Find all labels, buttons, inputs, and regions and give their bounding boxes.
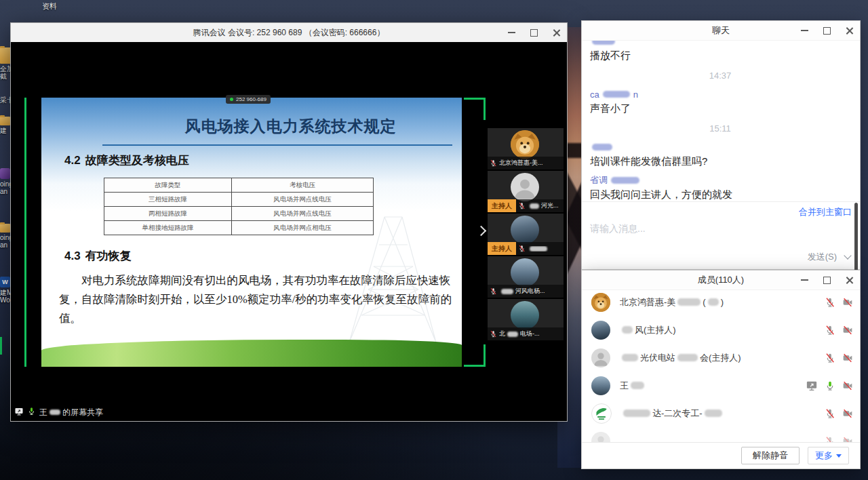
video-tile[interactable]: 主持人 河光... [488, 171, 564, 212]
minimize-icon[interactable] [801, 279, 808, 281]
member-row[interactable]: 王 [582, 372, 860, 399]
screen-share-icon [14, 407, 24, 418]
mic-on-icon [27, 407, 36, 418]
meeting-title: 腾讯会议 会议号: 252 960 689 （会议密码: 666666） [193, 27, 385, 39]
slide-section-4-3: 4.3有功恢复 [64, 248, 132, 264]
participant-name: 河光... [528, 201, 559, 210]
participant-avatar [511, 301, 539, 329]
dropdown-triangle-icon [836, 454, 842, 458]
unmute-button[interactable]: 解除静音 [741, 447, 800, 464]
maximize-icon[interactable] [823, 277, 831, 284]
sharing-indicator-icon [806, 380, 818, 392]
member-row[interactable]: 北京鸿普惠-美() [582, 288, 860, 316]
member-name: 王 [620, 380, 806, 392]
tile-name-bar: 北京鸿普惠-美... [488, 157, 564, 169]
slide-grass-footer [41, 340, 462, 367]
slide-title-rule [102, 144, 452, 146]
redacted-text [622, 326, 633, 334]
redacted-text [592, 144, 612, 151]
send-options-chevron-icon[interactable] [844, 252, 851, 259]
video-strip: 北京鸿普惠-美... 主持人 河光... 主持人 河风电杨... [488, 128, 564, 342]
chat-input[interactable]: 请输入消息... [590, 222, 833, 260]
share-frame-left [24, 98, 26, 367]
redacted-text [603, 91, 630, 98]
muted-mic-icon [490, 287, 497, 295]
participant-avatar [511, 216, 539, 244]
member-avatar [591, 432, 610, 443]
desktop-folder-label[interactable]: 资料 [42, 1, 57, 12]
member-row[interactable] [582, 427, 860, 443]
screen-share-text: 王的屏幕共享 [39, 407, 103, 418]
share-frame-corner [464, 365, 486, 367]
camera-off-icon [842, 353, 853, 363]
participant-avatar [511, 173, 539, 201]
video-tile[interactable]: 河风电杨... [488, 256, 564, 298]
video-tile[interactable]: 主持人 [488, 214, 564, 255]
member-row[interactable]: 光伏电站会(主持人) [582, 344, 860, 372]
maximize-icon[interactable] [823, 27, 831, 35]
members-title: 成员(110人) [698, 274, 744, 286]
redacted-text [708, 298, 719, 306]
send-button[interactable]: 发送(S) [808, 251, 837, 263]
recording-dot-icon [230, 98, 233, 101]
muted-mic-icon [490, 159, 497, 167]
redacted-text [705, 409, 722, 417]
muted-mic-icon [490, 330, 497, 338]
maximize-icon[interactable] [530, 29, 538, 37]
tile-name-bar: 河风电杨... [488, 285, 564, 298]
app-icon [0, 168, 10, 179]
merge-to-main-link[interactable]: 合并到主窗口 [799, 206, 852, 218]
camera-off-icon [842, 408, 853, 419]
participant-avatar [511, 130, 539, 159]
more-button[interactable]: 更多 [808, 447, 849, 464]
share-frame-corner [484, 98, 486, 120]
member-avatar [591, 348, 610, 367]
minimize-icon[interactable] [801, 30, 808, 31]
meeting-window: 腾讯会议 会议号: 252 960 689 （会议密码: 666666） 252… [10, 22, 568, 422]
chat-titlebar[interactable]: 聊天 [582, 21, 860, 41]
mic-on-icon [825, 380, 835, 391]
chat-message: 播放不行 [590, 49, 850, 62]
member-avatar [591, 376, 610, 395]
chat-timestamp: 15:11 [590, 123, 850, 134]
mic-muted-icon [825, 408, 835, 419]
redacted-text [611, 177, 639, 184]
chat-input-placeholder: 请输入消息... [590, 223, 646, 234]
members-titlebar[interactable]: 成员(110人) [582, 271, 860, 290]
close-icon[interactable] [846, 27, 853, 35]
close-icon[interactable] [846, 277, 853, 284]
share-frame-corner [464, 98, 486, 100]
meeting-titlebar[interactable]: 腾讯会议 会议号: 252 960 689 （会议密码: 666666） [11, 23, 567, 42]
minimize-icon[interactable] [508, 32, 515, 33]
chat-timestamp: 14:37 [590, 71, 850, 81]
member-avatar [591, 403, 612, 424]
share-frame-corner [484, 344, 486, 367]
share-border-sliver [0, 337, 2, 355]
chat-message: 回头我问问主讲人，方便的就发 [590, 188, 850, 201]
chevron-right-icon[interactable] [476, 226, 487, 237]
chat-message: 培训课件能发微信群里吗? [590, 155, 850, 168]
chat-sender [590, 41, 850, 47]
video-tile[interactable]: 北电场-... [488, 299, 564, 340]
redacted-text [530, 246, 547, 252]
redacted-text [530, 203, 539, 209]
mic-muted-icon [825, 325, 835, 336]
camera-off-icon [842, 297, 853, 308]
member-name: 光伏电站会(主持人) [620, 352, 825, 364]
video-tile[interactable]: 北京鸿普惠-美... [488, 128, 564, 169]
redacted-text [623, 409, 650, 417]
meeting-body: 252 960-689 风电场接入电力系统技术规定 4.2故障类型及考核电压 故… [11, 42, 567, 421]
camera-off-icon [842, 325, 853, 336]
slide-section-4-2: 4.2故障类型及考核电压 [64, 153, 189, 168]
slide-title: 风电场接入电力系统技术规定 [130, 116, 452, 137]
close-icon[interactable] [553, 29, 560, 37]
redacted-text [501, 289, 513, 294]
chat-divider [582, 201, 860, 202]
member-row[interactable]: 风(主持人) [582, 316, 860, 344]
member-name: 北京鸿普惠-美() [620, 296, 825, 308]
redacted-text [622, 354, 638, 361]
shared-slide: 252 960-689 风电场接入电力系统技术规定 4.2故障类型及考核电压 故… [41, 98, 462, 367]
member-row[interactable]: 达-二次专工- [582, 399, 860, 427]
member-list: 北京鸿普惠-美() 风(主持人) 光伏电站会(主持人) 王 达-二次专工- [582, 288, 860, 443]
meeting-id-pill: 252 960-689 [226, 95, 271, 104]
